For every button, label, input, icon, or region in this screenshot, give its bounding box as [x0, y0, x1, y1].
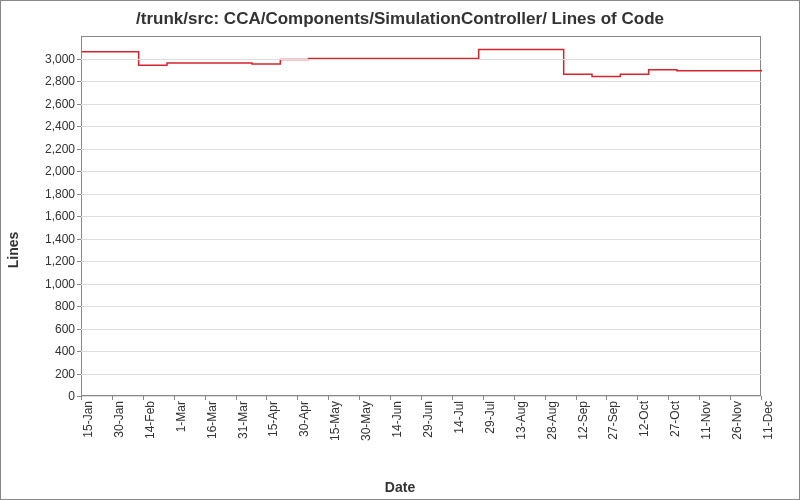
y-tick-label: 400	[55, 344, 75, 358]
x-tick-label: 14-Jul	[452, 401, 466, 434]
x-tick-label: 1-Mar	[174, 401, 188, 432]
gridline	[81, 306, 761, 307]
y-tick	[77, 104, 81, 105]
x-tick-label: 16-Mar	[205, 401, 219, 439]
x-tick	[606, 396, 607, 400]
x-tick	[421, 396, 422, 400]
x-tick-label: 12-Sep	[576, 401, 590, 440]
x-tick	[112, 396, 113, 400]
x-tick-label: 27-Oct	[668, 401, 682, 437]
data-series-line	[82, 37, 762, 397]
x-tick	[236, 396, 237, 400]
y-tick-label: 1,000	[45, 277, 75, 291]
x-tick	[514, 396, 515, 400]
y-tick	[77, 171, 81, 172]
y-axis-label: Lines	[5, 232, 21, 269]
x-tick	[637, 396, 638, 400]
y-tick	[77, 239, 81, 240]
gridline	[81, 126, 761, 127]
y-tick-label: 2,200	[45, 142, 75, 156]
y-tick-label: 200	[55, 367, 75, 381]
x-tick	[668, 396, 669, 400]
y-tick	[77, 284, 81, 285]
x-axis-label: Date	[385, 479, 415, 495]
gridline	[81, 351, 761, 352]
y-tick-label: 600	[55, 322, 75, 336]
x-tick-label: 27-Sep	[606, 401, 620, 440]
x-tick	[483, 396, 484, 400]
gridline	[81, 59, 761, 60]
y-tick	[77, 126, 81, 127]
x-tick	[699, 396, 700, 400]
x-tick	[576, 396, 577, 400]
gridline	[81, 216, 761, 217]
x-tick-label: 28-Aug	[545, 401, 559, 440]
x-tick	[81, 396, 82, 400]
y-tick	[77, 81, 81, 82]
gridline	[81, 194, 761, 195]
y-tick-label: 2,800	[45, 74, 75, 88]
y-tick-label: 800	[55, 299, 75, 313]
x-tick-label: 15-Apr	[266, 401, 280, 437]
gridline	[81, 329, 761, 330]
x-tick	[359, 396, 360, 400]
x-tick-label: 11-Dec	[761, 401, 775, 440]
y-tick-label: 0	[68, 389, 75, 403]
x-tick-label: 30-May	[359, 401, 373, 441]
y-tick	[77, 59, 81, 60]
x-tick-label: 15-Jan	[81, 401, 95, 438]
x-tick-label: 29-Jul	[483, 401, 497, 434]
y-tick	[77, 351, 81, 352]
y-tick-label: 2,000	[45, 164, 75, 178]
x-tick-label: 14-Feb	[143, 401, 157, 439]
gridline	[81, 261, 761, 262]
y-tick-label: 2,400	[45, 119, 75, 133]
x-tick	[545, 396, 546, 400]
x-tick	[390, 396, 391, 400]
x-tick	[174, 396, 175, 400]
y-tick	[77, 149, 81, 150]
x-tick-label: 14-Jun	[390, 401, 404, 438]
gridline	[81, 284, 761, 285]
x-tick-label: 30-Jan	[112, 401, 126, 438]
gridline	[81, 149, 761, 150]
x-tick	[328, 396, 329, 400]
y-tick-label: 1,400	[45, 232, 75, 246]
x-tick-label: 26-Nov	[730, 401, 744, 440]
y-tick-label: 1,200	[45, 254, 75, 268]
gridline	[81, 239, 761, 240]
y-tick-label: 1,600	[45, 209, 75, 223]
y-tick	[77, 329, 81, 330]
x-tick	[143, 396, 144, 400]
gridline	[81, 374, 761, 375]
y-tick	[77, 216, 81, 217]
x-tick	[761, 396, 762, 400]
y-tick-label: 2,600	[45, 97, 75, 111]
chart-container: /trunk/src: CCA/Components/SimulationCon…	[0, 0, 800, 500]
x-tick-label: 30-Apr	[297, 401, 311, 437]
x-tick	[730, 396, 731, 400]
gridline	[81, 171, 761, 172]
y-tick-label: 1,800	[45, 187, 75, 201]
gridline	[81, 81, 761, 82]
x-tick-label: 11-Nov	[699, 401, 713, 440]
x-tick-label: 12-Oct	[637, 401, 651, 437]
y-tick	[77, 261, 81, 262]
gridline	[81, 104, 761, 105]
x-tick-label: 13-Aug	[514, 401, 528, 440]
x-tick	[205, 396, 206, 400]
y-tick	[77, 194, 81, 195]
x-tick-label: 31-Mar	[236, 401, 250, 439]
y-tick	[77, 306, 81, 307]
x-tick	[297, 396, 298, 400]
x-tick	[452, 396, 453, 400]
x-tick-label: 15-May	[328, 401, 342, 441]
x-tick	[266, 396, 267, 400]
chart-title: /trunk/src: CCA/Components/SimulationCon…	[1, 1, 799, 33]
y-tick-label: 3,000	[45, 52, 75, 66]
x-tick-label: 29-Jun	[421, 401, 435, 438]
y-tick	[77, 374, 81, 375]
